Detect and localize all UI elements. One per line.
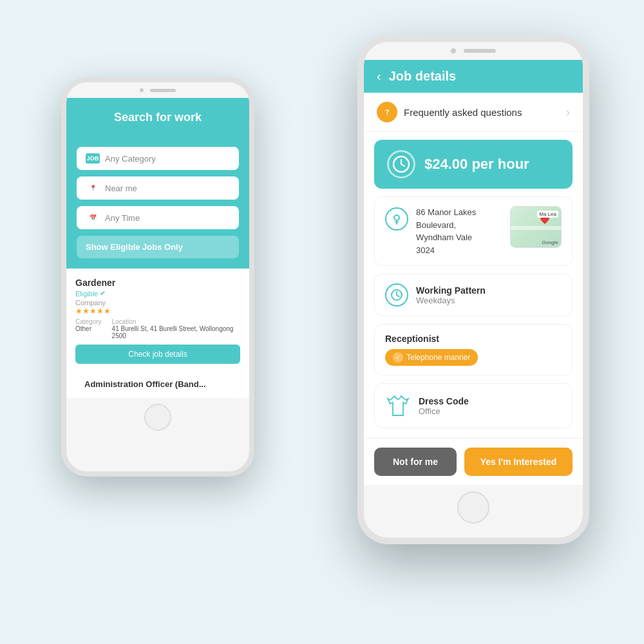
eligible-toggle[interactable]: Show Eligible Jobs Only [77, 236, 239, 258]
skill-label: Telephone manner [406, 353, 470, 362]
back-phone: Search for work JOB Any Category 📍 Near … [61, 77, 254, 477]
job-icon: JOB [86, 153, 100, 164]
google-logo: Google [542, 240, 558, 245]
map-label: Ma Lea [537, 211, 558, 218]
working-pattern-icon [385, 283, 408, 307]
address-card: 86 Manor Lakes Boulevard, Wyndham Vale 3… [374, 196, 573, 266]
time-icon: 📅 [86, 213, 100, 223]
address-line1: 86 Manor Lakes Boulevard, [416, 206, 502, 231]
front-speaker [464, 49, 496, 53]
map-road [511, 226, 561, 230]
time-filter[interactable]: 📅 Any Time [77, 206, 239, 229]
dress-code-value: Office [419, 406, 469, 416]
skills-card: Receptionist ✓ Telephone manner [374, 324, 573, 375]
time-label: Any Time [105, 213, 140, 223]
svg-text:?: ? [385, 108, 390, 116]
back-button[interactable]: ‹ [377, 69, 381, 84]
chevron-right-icon: › [566, 106, 570, 119]
faq-icon: ? [377, 102, 397, 122]
job-meta: Category Other Location 41 Burelli St, 4… [75, 318, 240, 339]
not-for-me-button[interactable]: Not for me [374, 448, 457, 476]
faq-label: Frequently asked questions [404, 107, 522, 118]
skill-tag: ✓ Telephone manner [385, 349, 478, 366]
location-filter[interactable]: 📍 Near me [77, 176, 239, 200]
svg-point-5 [394, 215, 399, 220]
category-filter[interactable]: JOB Any Category [77, 147, 239, 170]
page-title: Job details [389, 69, 456, 84]
back-phone-header: Search for work [66, 98, 249, 137]
clock-salary-icon [387, 150, 415, 178]
dress-code-label: Dress Code [419, 396, 469, 406]
yes-interested-button[interactable]: Yes I'm Interested [464, 448, 573, 476]
back-speaker [150, 89, 176, 92]
back-phone-search-area: JOB Any Category 📍 Near me 📅 Any Time Sh… [66, 137, 249, 269]
dress-code-card: Dress Code Office [374, 383, 573, 428]
back-camera-dot [140, 88, 144, 92]
svg-line-8 [397, 295, 399, 297]
home-button[interactable] [457, 491, 489, 524]
home-button-area [364, 485, 583, 530]
faq-row[interactable]: ? Frequently asked questions › [364, 93, 583, 132]
working-pattern-label: Working Pattern [416, 285, 486, 296]
eligible-badge: Eligible ✔ [75, 289, 240, 298]
front-camera-dot [451, 48, 456, 53]
company-label: Company [75, 299, 240, 307]
job-title: Gardener [75, 278, 240, 288]
salary-amount: $24.00 per hour [424, 156, 529, 173]
dress-code-text: Dress Code Office [419, 396, 469, 416]
skills-role: Receptionist [385, 334, 562, 344]
back-phone-top [66, 82, 249, 98]
pin-icon [385, 207, 408, 231]
map-thumbnail[interactable]: Ma Lea Google [510, 206, 562, 248]
front-phone: ‹ Job details ? Frequently asked questio… [357, 35, 589, 544]
job-title-2: Administration Officer (Band... [75, 374, 240, 389]
working-pattern-card: Working Pattern Weekdays [374, 274, 573, 316]
search-title: Search for work [114, 111, 202, 124]
working-pattern-value: Weekdays [416, 296, 486, 305]
star-rating: ★★★★★ [75, 307, 240, 316]
location-icon: 📍 [86, 183, 100, 193]
action-buttons: Not for me Yes I'm Interested [364, 438, 583, 485]
faq-left: ? Frequently asked questions [377, 102, 522, 122]
svg-line-4 [401, 164, 404, 166]
address-line2: Wyndham Vale [416, 231, 502, 244]
check-icon: ✔ [100, 289, 106, 298]
category-label: Any Category [105, 154, 156, 164]
back-phone-home-button[interactable] [144, 404, 171, 431]
address-text: 86 Manor Lakes Boulevard, Wyndham Vale 3… [416, 206, 502, 256]
location-label: Near me [105, 184, 137, 193]
check-job-details-button[interactable]: Check job details [75, 345, 240, 364]
back-phone-job-list: Gardener Eligible ✔ Company ★★★★★ Catego… [66, 269, 249, 398]
shirt-icon [385, 393, 411, 419]
back-phone-home-area [66, 398, 249, 437]
front-phone-notch [364, 42, 583, 60]
skill-check-icon: ✓ [393, 352, 403, 363]
salary-card: $24.00 per hour [374, 140, 573, 189]
job-details-content: ? Frequently asked questions › $24.00 pe… [364, 93, 583, 438]
address-line3: 3024 [416, 244, 502, 257]
job-details-header: ‹ Job details [364, 60, 583, 93]
working-pattern-text: Working Pattern Weekdays [416, 285, 486, 305]
list-item: Gardener Eligible ✔ Company ★★★★★ Catego… [75, 278, 240, 364]
